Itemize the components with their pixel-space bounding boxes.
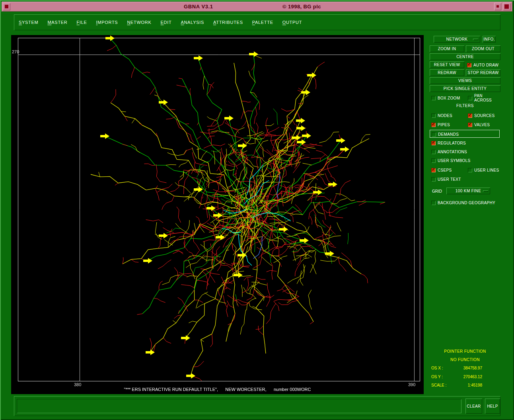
maximize-icon [504,4,509,9]
grid-scale-value: 100 KM FINE [456,189,481,193]
os-y-row: OS Y : 270463.12 [431,375,499,380]
checkbox-icon [468,168,472,172]
scale-row: SCALE : 1:45198 [431,383,499,389]
minimize-button[interactable] [494,3,501,10]
reset-view-button[interactable]: RESET VIEW [430,61,464,68]
filter-user-text-toggle[interactable]: USER TEXT [431,176,461,182]
checkbox-icon [468,96,472,100]
filter-nodes-toggle[interactable]: NODES [431,112,452,119]
statusbar: CLEAR HELP [14,396,500,416]
redraw-button[interactable]: REDRAW [430,69,464,76]
titlebar[interactable]: GBNA V3.1 © 1998, BG plc [2,2,512,12]
checkbox-icon [431,123,436,127]
filter-annotations-label: ANNOTATIONS [438,150,467,154]
pan-across-toggle[interactable]: PAN ACROSS [468,95,500,101]
scale-value: 1:45198 [468,383,482,387]
network-map-canvas[interactable] [11,35,424,394]
views-button[interactable]: VIEWS [430,77,500,84]
filter-pipes-toggle[interactable]: PIPES [431,121,450,128]
pan-across-label: PAN ACROSS [474,94,500,102]
checkbox-icon [431,201,436,205]
checkbox-icon [431,113,436,118]
os-x-label: OS X : [431,366,443,370]
help-button[interactable]: HELP [485,399,500,414]
demands-highlight-box: DEMANDS [430,130,500,138]
pointer-function-heading: POINTER FUNCTION [430,349,500,354]
maximize-button[interactable] [503,3,511,10]
command-input[interactable] [17,399,461,413]
grid-scale-dropdown[interactable]: 100 KM FINE [446,188,490,194]
os-y-value: 270463.12 [463,375,482,379]
filter-regulators-toggle[interactable]: REGULATORS [431,140,466,146]
dropdown-dash-icon [483,190,488,192]
filter-cseps-toggle[interactable]: CSEPS [431,167,452,173]
grid-label-easting-right: 390 [408,382,415,387]
filter-demands-toggle[interactable]: DEMANDS [432,131,459,137]
checkbox-icon [431,177,436,182]
window-copyright: © 1998, BG plc [282,4,321,10]
checkbox-icon [468,113,472,118]
filter-sources-label: SOURCES [474,113,495,118]
auto-draw-label: AUTO DRAW [473,63,498,67]
checkbox-icon [431,168,436,172]
filters-heading: FILTERS [430,104,500,108]
background-geography-toggle[interactable]: BACKGROUND GEOGRAPHY [431,199,495,206]
zoom-out-button[interactable]: ZOOM OUT [466,45,500,52]
filter-user-lines-toggle[interactable]: USER LINES [468,167,499,173]
os-y-label: OS Y : [431,375,443,379]
checkbox-icon [431,141,436,145]
filter-sources-toggle[interactable]: SOURCES [468,112,495,119]
auto-draw-toggle[interactable]: AUTO DRAW [467,62,498,68]
filter-user-lines-label: USER LINES [474,168,499,172]
filter-valves-label: VALVES [474,123,490,127]
os-x-value: 384758.97 [463,366,482,370]
menu-palette[interactable]: PALETTE [252,20,273,25]
control-panel: NETWORK INFO. ZOOM IN ZOOM OUT CENTRE RE… [430,35,500,394]
filter-user-symbols-toggle[interactable]: USER SYMBOLS [431,157,471,164]
filter-user-text-label: USER TEXT [438,177,461,182]
scale-label: SCALE : [431,383,446,387]
pick-single-entity-button[interactable]: PICK SINGLE ENTITY [430,85,500,92]
filter-demands-label: DEMANDS [438,132,459,137]
filter-valves-toggle[interactable]: VALVES [468,121,490,128]
dropdown-dash-icon [473,39,478,40]
checkbox-icon [468,123,472,127]
filter-pipes-label: PIPES [438,123,450,127]
window-menu-button[interactable] [3,3,10,10]
pointer-function-value: NO FUNCTION [430,357,500,362]
menu-edit[interactable]: EDIT [161,20,172,25]
checkbox-icon [431,158,436,163]
filter-annotations-toggle[interactable]: ANNOTATIONS [431,148,467,155]
info-button[interactable]: INFO. [483,36,496,43]
centre-button[interactable]: CENTRE [430,53,500,60]
checkbox-icon [431,150,436,154]
menu-network[interactable]: NETWORK [127,20,151,25]
filter-regulators-label: REGULATORS [438,141,466,145]
menu-imports[interactable]: IMPORTS [96,20,118,25]
window-menu-icon [5,5,8,8]
network-mode-dropdown[interactable]: NETWORK [434,36,480,43]
checkbox-icon [432,132,436,137]
clear-button[interactable]: CLEAR [465,399,482,414]
map-caption: "*** ERS INTERACTIVE RUN DEFAULT TITLE",… [11,387,424,392]
map-viewport[interactable]: 270 380 390 "*** ERS INTERACTIVE RUN DEF… [11,35,424,394]
zoom-in-button[interactable]: ZOOM IN [430,45,464,52]
network-mode-label: NETWORK [446,37,468,41]
menu-master[interactable]: MASTER [47,20,67,25]
grid-label: GRID [432,189,442,193]
background-geography-label: BACKGROUND GEOGRAPHY [438,201,495,205]
menu-attributes[interactable]: ATTRIBUTES [213,20,243,25]
menu-system[interactable]: SYSTEM [19,20,38,25]
filter-cseps-label: CSEPS [438,168,452,172]
menu-analysis[interactable]: ANALYSIS [181,20,204,25]
box-zoom-label: BOX ZOOM [438,96,460,100]
window-title: GBNA V3.1 [184,4,213,10]
filter-user-symbols-label: USER SYMBOLS [438,158,471,163]
app-window: GBNA V3.1 © 1998, BG plc SYSTEM MASTER F… [0,0,514,420]
menubar: SYSTEM MASTER FILE IMPORTS NETWORK EDIT … [14,14,500,30]
menu-file[interactable]: FILE [77,20,87,25]
stop-redraw-button[interactable]: STOP REDRAW [466,69,500,76]
checkbox-icon [467,63,471,67]
menu-output[interactable]: OUTPUT [282,20,302,25]
box-zoom-toggle[interactable]: BOX ZOOM [431,95,460,101]
